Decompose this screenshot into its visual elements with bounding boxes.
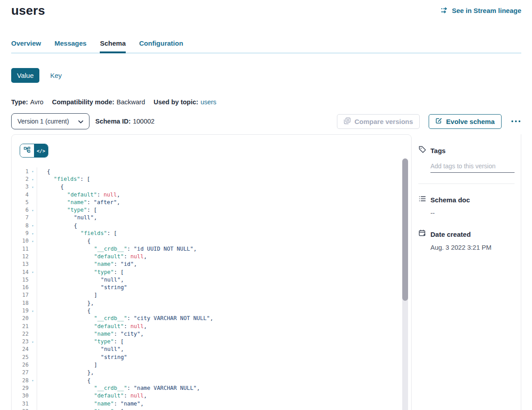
code-view-toggle-button[interactable]: </> [34,144,48,157]
tree-view-toggle-button[interactable] [20,144,34,157]
code-text: "null", [37,214,97,221]
evolve-schema-label: Evolve schema [446,118,494,125]
fold-spacer [29,318,37,319]
tags-section-header: Tags [418,145,521,155]
type-label: Type: [11,98,28,106]
version-select[interactable]: Version 1 (current) [11,113,89,129]
line-number: 16 [12,284,29,290]
page-title: users [11,4,45,18]
code-text: { [37,308,90,314]
fold-toggle-icon[interactable]: ▾ [29,308,37,313]
line-number: 27 [12,369,29,376]
line-number: 12 [12,253,29,260]
sidebar-divider [418,184,515,184]
code-text: "name": "id", [37,261,137,267]
code-line: 24"null", [12,346,411,353]
fold-toggle-icon[interactable]: ▾ [29,239,37,243]
line-number: 13 [12,261,29,267]
fold-toggle-icon[interactable]: ▾ [29,177,37,182]
code-line: 18}, [12,299,411,307]
line-number: 29 [12,385,29,391]
code-text: "type": [ [37,408,124,410]
code-text: ] [37,292,97,298]
code-text: "fields": [ [37,176,90,182]
code-line: 15"null", [12,276,411,283]
fold-toggle-icon[interactable]: ▾ [29,184,37,189]
fold-toggle-icon[interactable]: ▾ [29,231,37,236]
schema-editor-panel: </> 1▾{2▾"fields": [3▾{4"default": null,… [11,134,412,410]
line-number: 3 [12,184,29,190]
code-text: { [37,184,64,190]
fold-toggle-icon[interactable]: ▾ [29,208,37,213]
code-lines: 1▾{2▾"fields": [3▾{4"default": null,5"na… [12,167,411,410]
code-text: "name": "name", [37,401,144,407]
fold-toggle-icon[interactable]: ▾ [29,269,37,274]
code-line: 2▾"fields": [ [12,175,411,183]
code-text: }, [37,369,94,376]
code-line: 28▾{ [12,376,411,384]
schema-main: </> 1▾{2▾"fields": [3▾{4"default": null,… [11,134,521,410]
line-number: 21 [12,323,29,329]
code-line: 29"__crdb__": "name VARCHAR NULL", [12,384,411,392]
fold-spacer [29,303,37,303]
fold-spacer [29,194,37,195]
fold-spacer [29,279,37,280]
fold-spacer [29,295,37,295]
tab-messages[interactable]: Messages [55,39,87,53]
fold-toggle-icon[interactable]: ▾ [29,339,37,344]
code-text: "name": "city", [37,331,144,337]
schema-id-label: Schema ID: [95,118,131,125]
evolve-schema-button[interactable]: Evolve schema [429,114,501,129]
code-text: "string" [37,354,127,360]
version-select-value: Version 1 (current) [17,118,69,125]
editor-scrollbar-thumb[interactable] [402,158,408,301]
code-line: 4"default": null, [12,191,411,198]
fold-spacer [29,287,37,288]
fold-spacer [29,333,37,334]
fold-toggle-icon[interactable]: ▾ [29,223,37,228]
more-options-button[interactable] [511,119,522,124]
fold-toggle-icon[interactable]: ▾ [29,378,37,383]
tab-schema[interactable]: Schema [100,39,126,53]
fold-spacer [29,248,37,249]
line-number: 9 [12,230,29,236]
version-bar: Version 1 (current) Schema ID: 100002 Co… [11,113,521,129]
tab-configuration[interactable]: Configuration [139,39,183,53]
schema-doc-value: -- [430,209,521,217]
code-line: 6▾"type": [ [12,206,411,214]
chevron-down-icon [78,118,83,125]
code-line: 13"name": "id", [12,261,411,268]
stream-lineage-link[interactable]: See in Stream lineage [440,6,521,14]
tab-overview[interactable]: Overview [11,39,41,53]
code-text: "__crdb__": "id UUID NOT NULL", [37,246,197,252]
code-line: 5"name": "after", [12,198,411,206]
code-text: "type": [ [37,207,97,213]
fold-spacer [29,217,37,218]
fold-spacer [29,264,37,265]
code-line: 7"null", [12,214,411,222]
value-toggle-button[interactable]: Value [11,68,39,83]
key-toggle-button[interactable]: Key [50,72,62,79]
code-line: 20"__crdb__": "city VARCHAR NOT NULL", [12,315,411,322]
code-text: "__crdb__": "name VARCHAR NULL", [37,385,200,391]
compare-versions-button[interactable]: Compare versions [337,114,420,129]
fold-spacer [29,326,37,327]
line-number: 19 [12,308,29,314]
code-line: 23▾"type": [ [12,338,411,346]
compare-versions-label: Compare versions [354,118,413,125]
code-line: 19▾{ [12,307,411,314]
fold-toggle-icon[interactable]: ▾ [29,169,37,174]
type-value: Avro [30,98,44,106]
code-line: 11"__crdb__": "id UUID NOT NULL", [12,245,411,252]
ellipsis-icon [511,120,514,123]
fold-spacer [29,256,37,257]
tags-input[interactable] [430,162,515,173]
code-text: }, [37,300,94,306]
line-number: 4 [12,192,29,198]
code-text: "fields": [ [37,230,117,236]
used-by-topic-link[interactable]: users [200,98,216,106]
editor-scrollbar-track[interactable] [402,158,408,410]
line-number: 2 [12,176,29,182]
code-line: 30"default": null, [12,392,411,400]
line-number: 5 [12,199,29,205]
